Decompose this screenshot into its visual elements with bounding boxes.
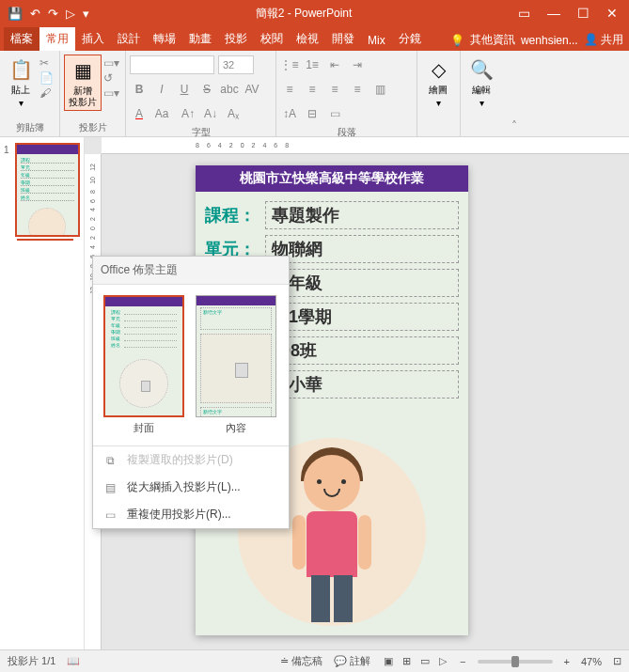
bullets-button[interactable]: ⋮≡	[280, 58, 299, 71]
font-family-combo[interactable]	[130, 55, 214, 74]
thumbnail-number: 1	[4, 143, 15, 237]
tab-file[interactable]: 檔案	[4, 27, 39, 51]
reuse-slides-item[interactable]: ▭ 重複使用投影片(R)...	[93, 501, 289, 528]
ribbon-options-icon[interactable]: ▭	[518, 6, 530, 21]
font-size-combo[interactable]: 32	[218, 55, 254, 74]
reset-icon[interactable]: ↺	[103, 71, 119, 85]
collapse-ribbon-icon[interactable]: ˄	[504, 51, 525, 136]
dropdown-title: Office 佈景主題	[93, 257, 289, 285]
fit-window-icon[interactable]: ⊡	[613, 655, 621, 667]
window-title: 簡報2 - PowerPoint	[89, 6, 518, 22]
tab-design[interactable]: 設計	[111, 27, 147, 51]
layout-content[interactable]: 新增文字 新增文字 內容	[193, 292, 279, 438]
close-icon[interactable]: ✕	[606, 6, 618, 21]
indent-inc-button[interactable]: ⇥	[348, 58, 367, 71]
tab-slideshow[interactable]: 投影	[218, 27, 254, 51]
shrink-font-button[interactable]: A↓	[201, 107, 220, 120]
numbering-button[interactable]: 1≡	[303, 58, 322, 71]
align-right-button[interactable]: ≡	[325, 83, 344, 96]
zoom-slider[interactable]	[478, 660, 553, 664]
text-direction-button[interactable]: ↕A	[280, 107, 299, 120]
layout-cover[interactable]: 課程 單元 年級 學期 班級 姓名 封面	[101, 292, 187, 438]
normal-view-icon[interactable]: ▣	[382, 653, 395, 669]
group-font: 32 B I U S abc AV A Aa A↑ A↓ Aᵪ 字型	[126, 51, 276, 136]
cut-icon[interactable]: ✂	[39, 56, 54, 70]
format-painter-icon[interactable]: 🖌	[39, 86, 54, 100]
sorter-view-icon[interactable]: ⊞	[401, 653, 413, 669]
group-slides: ▦ 新增 投影片 ▭▾ ↺ ▭▾ 投影片	[60, 51, 126, 136]
tab-animation[interactable]: 動畫	[182, 27, 218, 51]
slide-indicator[interactable]: 投影片 1/1	[8, 654, 55, 668]
align-center-button[interactable]: ≡	[303, 83, 322, 96]
outline-icon: ▤	[102, 481, 118, 494]
bold-button[interactable]: B	[130, 83, 149, 96]
slide-thumbnail-1[interactable]: 課程 單元 年級 學期 班級 姓名	[15, 143, 80, 237]
copy-icon[interactable]: 📄	[39, 71, 54, 85]
save-icon[interactable]: 💾	[8, 7, 23, 21]
zoom-level[interactable]: 47%	[581, 656, 602, 667]
start-slideshow-icon[interactable]: ▷	[66, 7, 75, 21]
comments-button[interactable]: 💬 註解	[334, 654, 370, 668]
duplicate-slides-item: ⧉ 複製選取的投影片(D)	[93, 446, 289, 474]
smartart-button[interactable]: ▭	[325, 107, 344, 120]
qat-more-icon[interactable]: ▾	[83, 7, 89, 21]
strike-button[interactable]: S	[197, 83, 216, 96]
tab-storyboard[interactable]: 分鏡	[392, 27, 428, 51]
undo-icon[interactable]: ↶	[30, 7, 40, 21]
tell-me[interactable]: 其他資訊	[470, 32, 515, 48]
shadow-button[interactable]: abc	[220, 83, 239, 96]
spacing-button[interactable]: AV	[243, 83, 261, 96]
zoom-out-button[interactable]: −	[460, 656, 465, 667]
shapes-icon: ◇	[425, 56, 451, 83]
spellcheck-icon[interactable]: 📖	[67, 655, 80, 667]
group-drawing: ◇ 繪圖 ▾	[417, 51, 461, 136]
slides-from-outline-item[interactable]: ▤ 從大綱插入投影片(L)...	[93, 474, 289, 501]
notes-button[interactable]: ≐ 備忘稿	[280, 654, 322, 668]
tell-me-icon: 💡	[450, 34, 464, 47]
tab-home[interactable]: 常用	[39, 27, 75, 51]
minimize-icon[interactable]: —	[547, 6, 560, 21]
insertion-cursor	[17, 239, 73, 248]
align-left-button[interactable]: ≡	[280, 83, 299, 96]
font-color-button[interactable]: A	[130, 107, 149, 120]
align-text-button[interactable]: ⊟	[303, 107, 322, 120]
maximize-icon[interactable]: ☐	[577, 6, 590, 21]
section-icon[interactable]: ▭▾	[103, 86, 119, 100]
grow-font-button[interactable]: A↑	[179, 107, 197, 120]
zoom-in-button[interactable]: +	[564, 656, 570, 667]
paste-button[interactable]: 📋 貼上 ▾	[4, 55, 38, 111]
group-paragraph: ⋮≡ 1≡ ⇤ ⇥ ≡ ≡ ≡ ≡ ▥ ↕A ⊟ ▭ 段落	[276, 51, 417, 136]
new-slide-icon: ▦	[70, 57, 96, 84]
columns-button[interactable]: ▥	[370, 83, 389, 96]
duplicate-icon: ⧉	[102, 454, 118, 467]
slideshow-view-icon[interactable]: ▷	[437, 653, 448, 669]
new-slide-button[interactable]: ▦ 新增 投影片	[64, 55, 102, 111]
italic-button[interactable]: I	[152, 83, 171, 96]
account-user[interactable]: wenhsien...	[521, 34, 578, 47]
tab-insert[interactable]: 插入	[75, 27, 111, 51]
tab-mix[interactable]: Mix	[361, 30, 392, 51]
quick-access-toolbar: 💾 ↶ ↷ ▷ ▾	[4, 7, 89, 21]
layout-icon[interactable]: ▭▾	[103, 56, 119, 70]
editing-button[interactable]: 🔍 編輯 ▾	[464, 55, 498, 111]
tab-developer[interactable]: 開發	[325, 27, 361, 51]
window-controls: ▭ — ☐ ✕	[518, 6, 625, 21]
indent-dec-button[interactable]: ⇤	[325, 58, 344, 71]
clear-format-button[interactable]: Aᵪ	[224, 107, 243, 120]
new-slide-dropdown: Office 佈景主題 課程 單元 年級 學期 班級 姓名 封面	[92, 256, 290, 529]
tab-view[interactable]: 檢視	[290, 27, 325, 51]
justify-button[interactable]: ≡	[348, 83, 367, 96]
change-case-button[interactable]: Aa	[152, 107, 171, 120]
underline-button[interactable]: U	[175, 83, 194, 96]
drawing-button[interactable]: ◇ 繪圖 ▾	[421, 55, 455, 111]
share-button[interactable]: 👤 共用	[584, 32, 623, 48]
tab-review[interactable]: 校閱	[254, 27, 290, 51]
status-bar: 投影片 1/1 📖 ≐ 備忘稿 💬 註解 ▣ ⊞ ▭ ▷ − + 47% ⊡	[0, 649, 629, 672]
group-editing: 🔍 編輯 ▾	[461, 51, 504, 136]
redo-icon[interactable]: ↷	[48, 7, 58, 21]
tab-transition[interactable]: 轉場	[147, 27, 182, 51]
reading-view-icon[interactable]: ▭	[418, 653, 432, 669]
slide-title[interactable]: 桃園市立快樂高級中等學校作業	[196, 165, 468, 192]
ribbon-tabs: 檔案 常用 插入 設計 轉場 動畫 投影 校閱 檢視 開發 Mix 分鏡 💡 其…	[0, 26, 629, 51]
slide-thumbnails-panel: 1 課程 單元 年級 學期 班級 姓名	[0, 137, 85, 649]
